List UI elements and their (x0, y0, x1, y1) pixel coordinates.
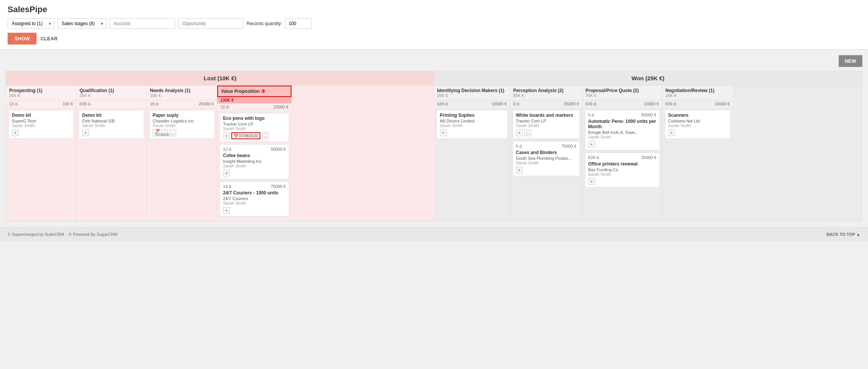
col-value-proposition: Value Proposition ③ 135K € 12 d. 10000 €… (217, 86, 291, 221)
new-btn-row: NEW (6, 55, 862, 67)
card-user: Sarah Smith (516, 161, 577, 165)
sales-stages-select[interactable]: Sales stages (8) ▼ (57, 18, 107, 29)
card-days: 14 d. (223, 184, 232, 189)
card-user: Sarah Smith (223, 201, 286, 205)
card-actions: + 📅 07/30/2020 ... (153, 129, 211, 136)
col-prospecting-title: Prospecting (1) (9, 88, 73, 93)
footer-left: © Supercharged by SuiteCRM © Powered By … (8, 232, 117, 237)
add-button[interactable]: + (223, 170, 230, 177)
new-button[interactable]: NEW (839, 55, 862, 67)
col-proposal-amount: 10000 € (644, 102, 659, 106)
back-to-top-button[interactable]: BACK TO TOP ▲ (827, 232, 860, 237)
add-button[interactable]: + (588, 178, 595, 185)
col-identifying-header: Identifying Decision Makers (1) 25K € (434, 86, 510, 100)
card-days: 0 d. (516, 144, 523, 148)
assigned-to-dropdown[interactable]: Assigned to (1) (8, 19, 54, 29)
add-button[interactable]: + (223, 207, 230, 214)
col-negotiation-cards: Scanners Coolview Net Ltd Sarah Smith + (663, 108, 733, 165)
card-actions: + (12, 129, 70, 136)
card-demo-kit-2: Demo kit First National S/B Sarah Smith … (79, 110, 144, 139)
add-button[interactable]: + (516, 129, 523, 136)
col-proposal-days: 639 d. (586, 102, 597, 106)
add-button[interactable]: + (82, 129, 89, 136)
col-qualification: Qualification (1) 25K € 639 d. Demo kit … (76, 86, 147, 221)
col-identifying-meta: 639 d. 10000 € (434, 100, 510, 108)
card-user: Sarah Smith (516, 123, 577, 128)
col-vp-amount: 10000 € (273, 105, 288, 109)
main-content: NEW Lost (10K €) Prospecting (1) 25K € 1… (0, 49, 868, 227)
card-meta: 14 d. 75000 € (223, 184, 286, 189)
col-proposal-meta: 639 d. 10000 € (583, 100, 662, 108)
col-negotiation-amount: 10000 € (715, 102, 730, 106)
card-eco-pens: Eco pens with logo Tracker Com LP Sarah … (220, 113, 289, 142)
col-perception-days: 0 d. (513, 102, 520, 106)
add-button[interactable]: + (440, 129, 447, 136)
card-company: Chandler Logistics Inc (153, 119, 211, 123)
card-actions: + ... (516, 129, 577, 136)
col-identifying-title: Identifying Decision Makers (1) (437, 88, 507, 93)
col-qualification-subtitle: 25K € (80, 93, 143, 98)
add-button[interactable]: + (12, 129, 19, 136)
kanban-container: Lost (10K €) Prospecting (1) 25K € 13 d.… (6, 71, 862, 221)
card-title: Cofee beans (223, 153, 286, 158)
card-title: Automatic Pens- 1000 units per Month (588, 119, 656, 129)
menu-button[interactable]: ... (169, 129, 176, 136)
card-white-boards: White boards and markers Tracker Com LP … (513, 110, 580, 139)
card-company: South Sea Plumbing Produc... (516, 156, 577, 161)
col-value-proposition-meta: 12 d. 10000 € (217, 103, 291, 111)
footer: © Supercharged by SuiteCRM © Powered By … (0, 227, 868, 241)
card-title: 24/7 Couriers - 1000 units (223, 190, 286, 196)
card-meta: 0 d. 50000 € (588, 113, 656, 117)
calendar-icon[interactable]: 📅 07/30/2020 (161, 129, 168, 136)
card-cases-binders: 0 d. 75000 € Cases and Binders South Sea… (513, 141, 580, 176)
card-actions: + (82, 129, 141, 136)
date-highlight: 📅 07/08/2020 (231, 132, 260, 139)
col-qualification-header: Qualification (1) 25K € (76, 86, 147, 100)
card-actions: + (223, 170, 286, 177)
col-negotiation-header: Negotiation/Review (1) 10K € (663, 86, 733, 100)
col-qualification-cards: Demo kit First National S/B Sarah Smith … (76, 108, 147, 165)
col-perception-subtitle: 85K € (513, 93, 579, 98)
account-input[interactable] (110, 18, 175, 29)
card-scanners: Scanners Coolview Net Ltd Sarah Smith + (665, 110, 731, 139)
records-input[interactable] (285, 18, 312, 29)
card-actions: + (223, 207, 286, 214)
card-company: First National S/B (82, 119, 141, 123)
clear-button[interactable]: CLEAR (40, 36, 57, 41)
col-identifying-amount: 10000 € (492, 102, 507, 106)
col-prospecting-cards: Demo kit SuperG Tech Sarah Smith + (6, 108, 76, 165)
col-perception-cards: White boards and markers Tracker Com LP … (510, 108, 582, 181)
calendar-icon: 📅 (234, 134, 238, 138)
show-button[interactable]: SHOW (8, 33, 37, 45)
col-value-proposition-header: Value Proposition ③ (217, 86, 291, 97)
card-meta: 12 d. 50000 € (223, 147, 286, 151)
card-actions: + 📅 07/08/2020 ... (223, 132, 286, 139)
footer-text-2: © Powered By SugarCRM (68, 232, 117, 237)
card-automatic-pens: 0 d. 50000 € Automatic Pens- 1000 units … (585, 110, 660, 150)
add-button[interactable]: + (588, 141, 595, 148)
add-button[interactable]: + (223, 132, 230, 139)
card-user: Sarah Smith (153, 123, 211, 128)
col-perception: Perception Analysis (2) 85K € 0 d. 25000… (510, 86, 583, 221)
card-meta: 639 d. 25000 € (588, 155, 656, 160)
card-company: Bay Funding Co (588, 167, 656, 172)
col-needs-analysis-amount: 25000 € (199, 102, 214, 106)
sales-stages-dropdown[interactable]: Sales stages (8) (58, 19, 106, 29)
col-qualification-title: Qualification (1) (80, 88, 143, 93)
menu-button[interactable]: ... (524, 129, 531, 136)
assigned-to-select[interactable]: Assigned to (1) ▼ (8, 18, 54, 29)
card-days: 639 d. (588, 155, 600, 160)
card-paper-suply: Paper suply Chandler Logistics Inc Sarah… (149, 110, 215, 139)
opportunity-input[interactable] (178, 18, 244, 29)
col-proposal-header: Proposal/Price Quote (2) 75K € (583, 86, 662, 100)
col-prospecting-amount: 100 € (62, 102, 73, 106)
won-columns: Identifying Decision Makers (1) 25K € 63… (434, 86, 862, 221)
add-button[interactable]: + (668, 129, 675, 136)
card-title: Cases and Binders (516, 150, 577, 155)
add-button[interactable]: + (516, 167, 523, 173)
col-value-proposition-title: Value Proposition ③ (221, 89, 288, 94)
lost-section-header: Lost (10K €) (6, 71, 434, 86)
col-proposal-subtitle: 75K € (586, 93, 659, 98)
menu-button[interactable]: ... (262, 132, 269, 139)
col-identifying-days: 639 d. (437, 102, 449, 106)
